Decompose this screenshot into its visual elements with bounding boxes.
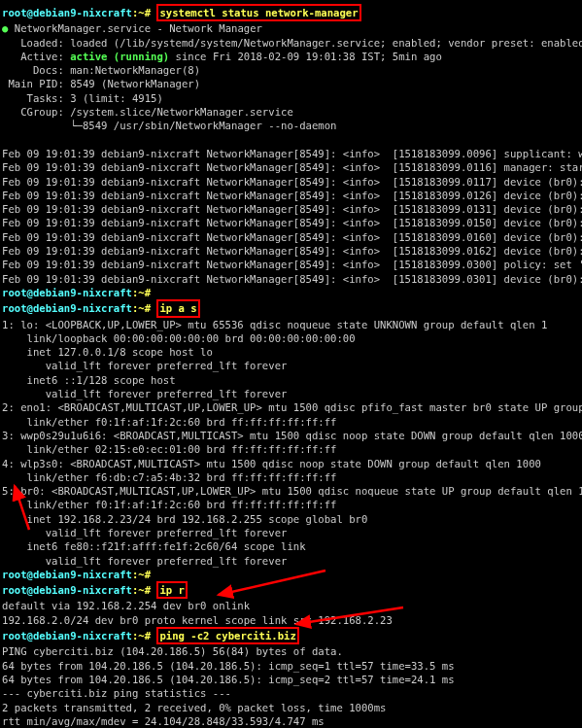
cmd-highlight: ip a s xyxy=(156,299,199,317)
ip-output: 1: lo: <LOOPBACK,UP,LOWER_UP> mtu 65536 … xyxy=(2,318,580,331)
prompt-path: :~# xyxy=(132,569,151,580)
ip-output: inet 127.0.0.1/8 scope host lo xyxy=(2,345,580,359)
prompt-path: :~# xyxy=(132,584,151,596)
prompt-line: root@debian9-nixcraft:~# ip r xyxy=(2,581,580,599)
loaded-text: Loaded: loaded (/lib/systemd/system/Netw… xyxy=(20,37,582,49)
log-line: Feb 09 19:01:39 debian9-nixcraft Network… xyxy=(2,258,580,271)
prompt-user: root@debian9-nixcraft xyxy=(2,302,132,314)
status-loaded: Loaded: loaded (/lib/systemd/system/Netw… xyxy=(2,36,580,50)
terminal[interactable]: root@debian9-nixcraft:~# systemctl statu… xyxy=(2,4,580,728)
service-title: NetworkManager.service - Network Manager xyxy=(15,22,262,34)
ping-output: rtt min/avg/max/mdev = 24.104/28.848/33.… xyxy=(2,714,580,728)
prompt-user: root@debian9-nixcraft xyxy=(2,7,132,18)
cmd-highlight: ip r xyxy=(156,581,188,599)
ip-output: 2: eno1: <BROADCAST,MULTICAST,UP,LOWER_U… xyxy=(2,400,580,414)
log-line: Feb 09 19:01:39 debian9-nixcraft Network… xyxy=(2,272,580,286)
ip-output: 5: br0: <BROADCAST,MULTICAST,UP,LOWER_UP… xyxy=(2,484,580,498)
ip-output: valid_lft forever preferred_lft forever xyxy=(2,359,580,372)
status-mainpid: Main PID: 8549 (NetworkManager) xyxy=(2,77,580,90)
prompt-user: root@debian9-nixcraft xyxy=(2,584,132,596)
prompt-user: root@debian9-nixcraft xyxy=(2,287,132,298)
ip-output: valid_lft forever preferred_lft forever xyxy=(2,526,580,539)
route-output: default via 192.168.2.254 dev br0 onlink xyxy=(2,599,580,612)
log-line: Feb 09 19:01:39 debian9-nixcraft Network… xyxy=(2,216,580,229)
log-line: Feb 09 19:01:39 debian9-nixcraft Network… xyxy=(2,160,580,174)
ip-output: link/ether 02:15:e0:ec:01:00 brd ff:ff:f… xyxy=(2,442,580,456)
prompt-line: root@debian9-nixcraft:~# ip a s xyxy=(2,299,580,317)
command-text: systemctl status network-manager xyxy=(159,7,358,18)
prompt-path: :~# xyxy=(132,630,151,641)
ip-output: link/loopback 00:00:00:00:00:00 brd 00:0… xyxy=(2,331,580,345)
route-output: 192.168.2.0/24 dev br0 proto kernel scop… xyxy=(2,613,580,627)
bullet-icon: ● xyxy=(2,22,8,34)
status-tasks: Tasks: 3 (limit: 4915) xyxy=(2,91,580,105)
prompt-path: :~# xyxy=(132,302,151,314)
ip-output: link/ether f6:db:c7:a5:4b:32 brd ff:ff:f… xyxy=(2,470,580,484)
log-line: Feb 09 19:01:39 debian9-nixcraft Network… xyxy=(2,202,580,216)
prompt-line: root@debian9-nixcraft:~# xyxy=(2,568,580,581)
ping-output: 64 bytes from 104.20.186.5 (104.20.186.5… xyxy=(2,673,580,686)
ip-output: 3: wwp0s29u1u6i6: <BROADCAST,MULTICAST> … xyxy=(2,429,580,442)
prompt-line: root@debian9-nixcraft:~# ping -c2 cyberc… xyxy=(2,627,580,644)
command-text: ip a s xyxy=(159,302,196,314)
prompt-user: root@debian9-nixcraft xyxy=(2,569,132,580)
ip-output: valid_lft forever preferred_lft forever xyxy=(2,554,580,568)
status-cgroup-child: └─8549 /usr/sbin/NetworkManager --no-dae… xyxy=(2,119,580,132)
log-line: Feb 09 19:01:39 debian9-nixcraft Network… xyxy=(2,230,580,244)
prompt-user: root@debian9-nixcraft xyxy=(2,630,132,641)
blank xyxy=(2,133,580,147)
active-since: since Fri 2018-02-09 19:01:38 IST; 5min … xyxy=(169,51,442,62)
ping-output: PING cyberciti.biz (104.20.186.5) 56(84)… xyxy=(2,644,580,658)
log-line: Feb 09 19:01:39 debian9-nixcraft Network… xyxy=(2,189,580,202)
prompt-line: root@debian9-nixcraft:~# xyxy=(2,286,580,299)
ping-output: 64 bytes from 104.20.186.5 (104.20.186.5… xyxy=(2,659,580,673)
log-line: Feb 09 19:01:39 debian9-nixcraft Network… xyxy=(2,175,580,189)
active-label: Active: xyxy=(20,51,70,62)
prompt-line: root@debian9-nixcraft:~# systemctl statu… xyxy=(2,4,580,21)
ping-output: 2 packets transmitted, 2 received, 0% pa… xyxy=(2,701,580,714)
cmd-highlight: systemctl status network-manager xyxy=(156,4,360,21)
cmd-highlight: ping -c2 cyberciti.biz xyxy=(156,627,298,644)
status-cgroup: CGroup: /system.slice/NetworkManager.ser… xyxy=(2,105,580,119)
status-docs: Docs: man:NetworkManager(8) xyxy=(2,63,580,77)
prompt-path: :~# xyxy=(132,287,151,298)
ip-output: inet6 ::1/128 scope host xyxy=(2,373,580,387)
ip-output: inet6 fe80::f21f:afff:fe1f:2c60/64 scope… xyxy=(2,539,580,553)
status-active: Active: active (running) since Fri 2018-… xyxy=(2,50,580,63)
command-text: ip r xyxy=(159,584,185,596)
ip-output: valid_lft forever preferred_lft forever xyxy=(2,387,580,400)
command-text: ping -c2 cyberciti.biz xyxy=(159,630,295,641)
status-title: ● NetworkManager.service - Network Manag… xyxy=(2,21,580,35)
log-line: Feb 09 19:01:39 debian9-nixcraft Network… xyxy=(2,147,580,160)
ip-output: 4: wlp3s0: <BROADCAST,MULTICAST> mtu 150… xyxy=(2,457,580,470)
log-line: Feb 09 19:01:39 debian9-nixcraft Network… xyxy=(2,244,580,258)
active-state: active (running) xyxy=(70,51,169,62)
ping-output: --- cyberciti.biz ping statistics --- xyxy=(2,686,580,700)
ip-output: inet 192.168.2.23/24 brd 192.168.2.255 s… xyxy=(2,512,580,526)
prompt-path: :~# xyxy=(132,7,151,18)
ip-output: link/ether f0:1f:af:1f:2c:60 brd ff:ff:f… xyxy=(2,415,580,429)
ip-output: link/ether f0:1f:af:1f:2c:60 brd ff:ff:f… xyxy=(2,498,580,511)
